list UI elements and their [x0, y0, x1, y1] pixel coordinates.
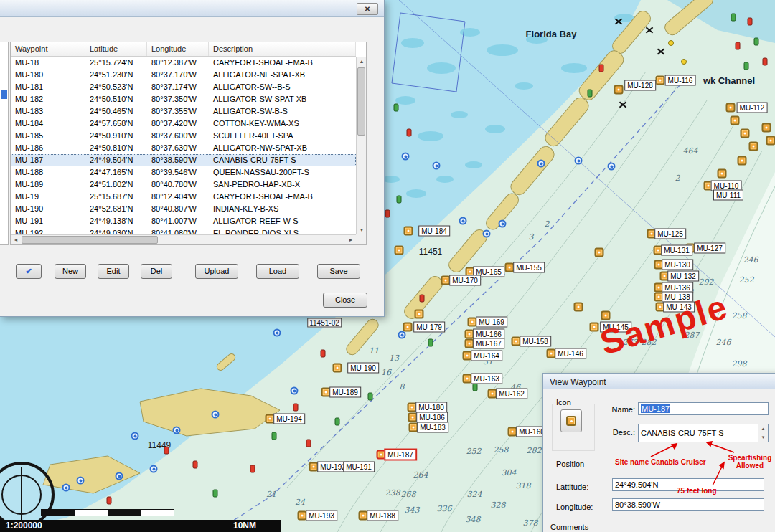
desc-field[interactable]: CANABIS-CRU-75FT-S ▲▼ [638, 424, 769, 442]
column-header-description[interactable]: Description [209, 42, 356, 56]
waypoint-label[interactable]: MU-116 [665, 75, 696, 86]
waypoint-label[interactable]: MU-111 [713, 190, 743, 201]
waypoint-label[interactable]: MU-162 [496, 389, 527, 399]
waypoint-marker[interactable] [718, 169, 727, 179]
table-row[interactable]: MU-18524°50.910'N80°37.600'WSCUFFLER-40F… [11, 130, 356, 142]
waypoint-marker[interactable] [726, 103, 736, 113]
waypoint-label[interactable]: MU-189 [329, 387, 361, 398]
waypoint-marker[interactable] [574, 303, 583, 312]
waypoint-table[interactable]: Waypoint Latitude Longitude Description … [10, 42, 367, 245]
annotation-spearfishing: Spearfishing Allowed [723, 454, 775, 470]
waypoint-marker[interactable] [749, 142, 758, 151]
waypoint-marker[interactable] [766, 136, 775, 146]
waypoint-label[interactable]: MU-187 [384, 449, 417, 461]
table-row[interactable]: MU-18224°50.510'N80°37.350'WALLIGATOR-SW… [11, 93, 356, 105]
waypoint-label[interactable]: MU-112 [737, 103, 768, 113]
save-button[interactable]: Save [317, 264, 360, 279]
waypoint-label[interactable]: MU-163 [471, 374, 502, 384]
waypoint-label[interactable]: MU-131 [661, 245, 692, 256]
horizontal-scroll-thumb[interactable] [22, 236, 158, 244]
waypoint-label[interactable]: MU-158 [520, 336, 551, 347]
vertical-scrollbar[interactable]: ▲ ▼ [356, 57, 366, 234]
table-row[interactable]: MU-19224°49.030'N80°41.080'WEL-PONDER-DI… [11, 227, 356, 234]
table-row[interactable]: MU-18824°47.165'N80°39.546'WQUEEN-NASSAU… [11, 166, 356, 179]
table-row[interactable]: MU-18724°49.504'N80°38.590'WCANABIS-CRU-… [11, 154, 356, 166]
table-cell: 80°37.350'W [147, 93, 209, 105]
table-row[interactable]: MU-18624°50.810'N80°37.630'WALLIGATOR-NW… [11, 142, 356, 154]
table-row[interactable]: MU-18924°51.802'N80°40.780'WSAN-PEDRO-HA… [11, 179, 356, 191]
waypoint-label[interactable]: MU-167 [473, 338, 504, 349]
waypoint-label[interactable]: MU-130 [662, 260, 693, 270]
waypoint-list-dialog: ✕ Waypoint Latitude Longitude Descriptio… [0, 0, 385, 317]
del-button[interactable]: Del [141, 264, 172, 279]
waypoint-label[interactable]: MU-190 [347, 363, 379, 374]
table-row[interactable]: MU-18324°50.465'N80°37.355'WALLIGATOR-SW… [11, 105, 356, 118]
confirm-button[interactable]: ✔ [16, 264, 42, 279]
waypoint-label[interactable]: MU-146 [555, 348, 586, 359]
column-header-longitude[interactable]: Longitude [147, 42, 209, 56]
waypoint-label[interactable]: MU-164 [471, 351, 502, 361]
table-row[interactable]: MU-19124°49.138'N80°41.007'WALLIGATOR-RE… [11, 215, 356, 227]
new-button[interactable]: New [55, 264, 86, 279]
waypoint-marker[interactable] [403, 323, 413, 332]
waypoint-label[interactable]: MU-125 [654, 229, 686, 239]
name-field[interactable]: MU-187 [638, 402, 769, 415]
spinner-icon[interactable]: ▲▼ [758, 424, 768, 442]
longitude-field[interactable]: 80°38.590'W [612, 498, 764, 511]
waypoint-marker[interactable] [731, 116, 740, 125]
selected-group-indicator[interactable] [1, 90, 7, 99]
waypoint-label[interactable]: MU-194 [273, 414, 305, 424]
table-row[interactable]: MU-18024°51.230'N80°37.170'WALLIGATOR-NE… [11, 69, 356, 81]
waypoint-label[interactable]: MU-188 [367, 510, 398, 521]
waypoint-group-list[interactable] [0, 42, 9, 245]
waypoint-label[interactable]: MU-128 [624, 80, 656, 91]
waypoint-label[interactable]: MU-180 [415, 402, 447, 413]
waypoint-marker[interactable] [614, 85, 624, 95]
table-row[interactable]: MU-18424°57.658'N80°37.420'WCOTTON-KEY-W… [11, 118, 356, 130]
waypoint-label[interactable]: MU-184 [418, 226, 450, 237]
scroll-right-icon[interactable]: ► [346, 235, 356, 244]
horizontal-scrollbar[interactable]: ◄ ► [11, 234, 356, 244]
close-button[interactable]: Close [323, 293, 367, 308]
scroll-up-icon[interactable]: ▲ [357, 57, 367, 66]
table-row[interactable]: MU-19024°52.681'N80°40.807'WINDIAN-KEY-B… [11, 203, 356, 215]
waypoint-table-body[interactable]: MU-1825°15.724'N80°12.387'WCARYFORT-SHOA… [11, 57, 356, 234]
table-row[interactable]: MU-1925°15.687'N80°12.404'WCARYFORT-SHOA… [11, 191, 356, 203]
wreck-buoy-icon [645, 26, 654, 34]
load-button[interactable]: Load [256, 264, 299, 279]
waypoint-label[interactable]: MU-193 [306, 510, 337, 521]
table-row[interactable]: MU-1825°15.724'N80°12.387'WCARYFORT-SHOA… [11, 57, 356, 69]
waypoint-marker[interactable] [762, 123, 771, 133]
column-header-latitude[interactable]: Latitude [85, 42, 147, 56]
waypoint-label[interactable]: MU-132 [667, 271, 699, 282]
upload-button[interactable]: Upload [195, 264, 238, 279]
waypoint-marker[interactable] [395, 246, 404, 255]
scroll-left-icon[interactable]: ◄ [11, 235, 21, 244]
waypoint-label[interactable]: MU-155 [513, 262, 545, 273]
waypoint-label[interactable]: MU-127 [694, 243, 725, 254]
scroll-down-icon[interactable]: ▼ [357, 225, 367, 234]
table-row[interactable]: MU-18124°50.523'N80°37.174'WALLIGATOR-SW… [11, 81, 356, 93]
column-header-waypoint[interactable]: Waypoint [11, 42, 85, 56]
waypoint-list-titlebar[interactable]: ✕ [0, 0, 384, 17]
waypoint-label[interactable]: MU-169 [476, 317, 507, 328]
table-cell: 24°57.658'N [85, 118, 147, 130]
edit-button[interactable]: Edit [98, 264, 129, 279]
vertical-scroll-thumb[interactable] [357, 67, 365, 136]
waypoint-marker[interactable] [415, 310, 424, 319]
waypoint-marker[interactable] [741, 129, 750, 138]
waypoint-label[interactable]: MU-179 [413, 322, 445, 333]
waypoint-marker[interactable] [595, 248, 604, 257]
waypoint-icon-button[interactable] [560, 409, 582, 432]
waypoint-label[interactable]: MU-191 [343, 462, 375, 472]
waypoint-marker[interactable] [404, 227, 413, 236]
waypoint-marker[interactable] [333, 364, 342, 373]
table-cell: 80°41.080'W [147, 227, 209, 234]
waypoint-label[interactable]: MU-186 [416, 412, 448, 423]
close-icon[interactable]: ✕ [357, 3, 378, 15]
waypoint-label[interactable]: MU-183 [417, 422, 448, 433]
waypoint-marker[interactable] [656, 76, 665, 85]
waypoint-label[interactable]: MU-170 [449, 275, 481, 286]
waypoint-marker[interactable] [601, 311, 611, 320]
waypoint-marker[interactable] [738, 156, 747, 166]
